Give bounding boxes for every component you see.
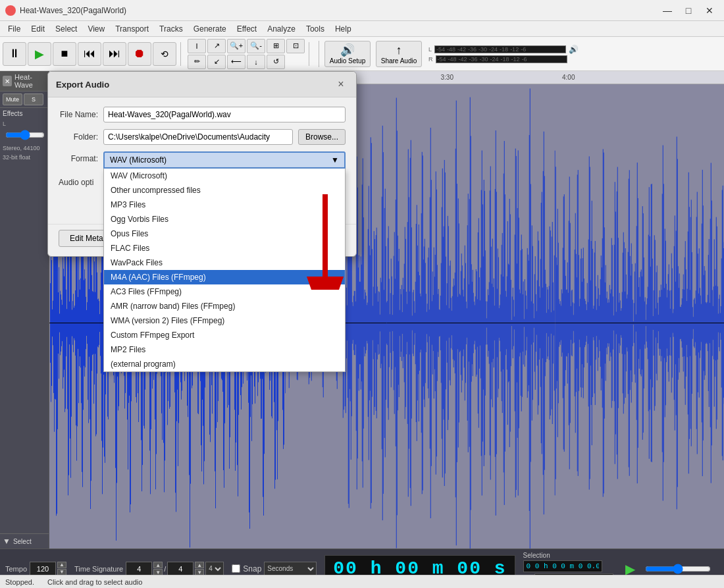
gain-slider[interactable]: [5, 130, 45, 140]
collapse-arrow[interactable]: ▼: [3, 537, 11, 546]
skip-end-button[interactable]: ⏭: [103, 42, 126, 66]
status-state: Stopped.: [5, 578, 34, 586]
time-sig-type-select[interactable]: 4 8: [205, 562, 224, 576]
dialog-close-button[interactable]: ×: [334, 77, 348, 92]
audio-setup-button[interactable]: 🔊 Audio Setup: [324, 41, 371, 67]
tempo-down[interactable]: ▼: [57, 569, 66, 575]
format-selected[interactable]: WAV (Microsoft) ▼: [103, 151, 346, 169]
tempo-input[interactable]: [30, 562, 56, 576]
dialog-body: File Name: Folder: Browse... Format: WAV…: [48, 97, 356, 221]
play-button[interactable]: ▶: [28, 42, 51, 66]
maximize-button[interactable]: □: [679, 3, 698, 18]
format-option-opus[interactable]: Opus Files: [104, 227, 345, 241]
record-button[interactable]: ⏺: [128, 42, 151, 66]
menu-help[interactable]: Help: [330, 23, 357, 35]
selection-tool[interactable]: I: [188, 39, 206, 53]
format-dropdown-container: WAV (Microsoft) ▼ WAV (Microsoft) Other …: [103, 151, 346, 169]
tempo-up[interactable]: ▲: [57, 562, 66, 568]
menu-view[interactable]: View: [82, 23, 110, 35]
format-option-amr[interactable]: AMR (narrow band) Files (FFmpeg): [104, 299, 345, 313]
menu-file[interactable]: File: [3, 23, 26, 35]
share-audio-button[interactable]: ↑ Share Audio: [376, 41, 422, 67]
menu-edit[interactable]: Edit: [26, 23, 50, 35]
zoom-out-btn[interactable]: 🔍-: [247, 39, 265, 53]
format-option-custom[interactable]: Custom FFmpeg Export: [104, 328, 345, 342]
filename-input[interactable]: [103, 107, 346, 122]
zoom-in-btn[interactable]: 🔍+: [227, 39, 246, 53]
vu-meters: L -54-48-42-36-30-24-18-12-6 🔊 R -54-48-…: [428, 44, 579, 64]
format-option-m4a[interactable]: M4A (AAC) Files (FFmpeg): [104, 270, 345, 284]
menu-tools[interactable]: Tools: [301, 23, 330, 35]
browse-button[interactable]: Browse...: [298, 129, 346, 145]
separator-1: [180, 42, 181, 66]
timeline-mark-330: 3:30: [441, 74, 453, 81]
tool-3[interactable]: ⟵: [227, 55, 246, 69]
tool-5[interactable]: ↺: [267, 55, 285, 69]
title-bar: Heat-Waves_320(PagalWorld) — □ ✕: [0, 0, 724, 21]
playback-speed-slider[interactable]: [645, 564, 711, 574]
dialog-title: Export Audio: [56, 80, 109, 90]
time-sig-separator: /: [164, 565, 166, 573]
close-button[interactable]: ✕: [700, 3, 719, 18]
track-info-2: 32-bit float: [0, 153, 49, 162]
envelope-tool[interactable]: ↗: [207, 39, 226, 53]
multi-tool[interactable]: ↙: [207, 55, 226, 69]
draw-tool[interactable]: ✏: [188, 55, 206, 69]
format-option-mp2[interactable]: MP2 Files: [104, 342, 345, 357]
title-bar-controls: — □ ✕: [658, 3, 719, 18]
filename-label: File Name:: [59, 110, 98, 119]
zoom-toggle-btn[interactable]: ⊡: [286, 39, 305, 53]
snap-label: Snap: [243, 564, 261, 574]
track-close-button[interactable]: ✕: [3, 76, 12, 86]
format-label: Format:: [59, 151, 98, 163]
selection-label: Selection: [523, 552, 613, 559]
status-hint: Click and drag to select audio: [47, 578, 142, 586]
time-sig-label: Time Signature: [74, 565, 123, 573]
snap-type-select[interactable]: Seconds Beats: [264, 562, 317, 576]
filename-row: File Name:: [59, 107, 346, 122]
mute-button[interactable]: Mute: [3, 94, 22, 105]
tempo-label: Tempo: [5, 565, 27, 573]
sidebar: ✕ Heat-Wave Mute S Effects L Stereo, 441…: [0, 71, 49, 548]
format-option-wavpack[interactable]: WavPack Files: [104, 255, 345, 270]
minimize-button[interactable]: —: [658, 3, 677, 18]
format-option-flac[interactable]: FLAC Files: [104, 241, 345, 255]
format-option-external[interactable]: (external program): [104, 357, 345, 371]
selection-start-input[interactable]: [523, 560, 602, 572]
menu-analyze[interactable]: Analyze: [262, 23, 301, 35]
pause-button[interactable]: ⏸: [3, 42, 26, 66]
time-sig-num-input[interactable]: [126, 562, 152, 576]
menu-transport[interactable]: Transport: [110, 23, 154, 35]
format-option-mp3[interactable]: MP3 Files: [104, 198, 345, 212]
format-option-wma[interactable]: WMA (version 2) Files (FFmpeg): [104, 313, 345, 328]
format-selected-text: WAV (Microsoft): [110, 155, 167, 165]
loop-button[interactable]: ⟲: [153, 42, 176, 66]
zoom-fit-btn[interactable]: ⊞: [267, 39, 285, 53]
format-option-ogg[interactable]: Ogg Vorbis Files: [104, 212, 345, 227]
gain-label-l: L: [3, 120, 46, 127]
menu-select[interactable]: Select: [50, 23, 82, 35]
menu-generate[interactable]: Generate: [188, 23, 232, 35]
snap-section: Snap Seconds Beats: [232, 562, 317, 576]
tempo-spinner: ▲ ▼: [57, 562, 66, 576]
format-option-other[interactable]: Other uncompressed files: [104, 183, 345, 198]
snap-checkbox[interactable]: [232, 564, 240, 573]
track-name-label: Heat-Wave: [14, 73, 46, 89]
timeline-mark-400: 4:00: [562, 74, 575, 81]
format-option-wav[interactable]: WAV (Microsoft): [104, 169, 345, 183]
menu-effect[interactable]: Effect: [232, 23, 262, 35]
format-option-ac3[interactable]: AC3 Files (FFmpeg): [104, 284, 345, 299]
time-sig-den-input[interactable]: [167, 562, 194, 576]
skip-start-button[interactable]: ⏮: [78, 42, 101, 66]
separator-2: [309, 42, 309, 66]
format-dropdown: WAV (Microsoft) Other uncompressed files…: [103, 169, 346, 372]
folder-label: Folder:: [59, 132, 98, 142]
folder-row: Folder: Browse...: [59, 129, 346, 145]
menu-tracks[interactable]: Tracks: [154, 23, 188, 35]
stop-button[interactable]: ■: [53, 42, 76, 66]
solo-button[interactable]: S: [24, 94, 43, 105]
tool-4[interactable]: ↓: [247, 55, 265, 69]
folder-input[interactable]: [103, 129, 293, 145]
time-sig-den-up[interactable]: ▲: [195, 562, 204, 568]
time-sig-num-up[interactable]: ▲: [153, 562, 163, 568]
